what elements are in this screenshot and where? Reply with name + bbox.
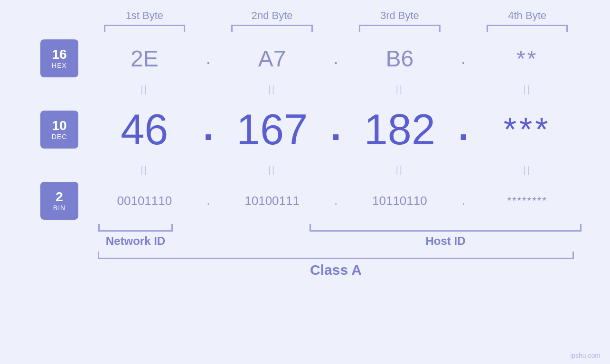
byte-header-4: 4th Byte (508, 9, 546, 25)
dec-badge: 10 DEC (40, 111, 78, 149)
hex-val-3: B6 (386, 46, 414, 72)
hex-badge: 16 HEX (40, 39, 78, 77)
host-bracket-mid1 (387, 224, 406, 232)
equals-2-4: || (523, 165, 531, 176)
top-bracket-2 (231, 25, 313, 32)
watermark: ipshu.com (570, 352, 601, 359)
hex-dot-3: . (461, 48, 466, 68)
equals-1-3: || (396, 84, 404, 95)
bin-val-3: 10110110 (372, 194, 427, 208)
host-bracket-left (310, 224, 387, 232)
equals-2-3: || (396, 165, 404, 176)
bin-dot-2: . (334, 194, 338, 207)
network-id-label: Network ID (106, 234, 165, 248)
equals-1-4: || (523, 84, 531, 95)
bin-val-2: 10100111 (244, 194, 300, 208)
bin-dot-1: . (206, 194, 210, 207)
bin-val-4: ******** (507, 195, 547, 207)
bin-badge: 2 BIN (40, 182, 78, 220)
class-bracket (98, 252, 574, 259)
hex-dot-2: . (333, 48, 338, 68)
bin-dot-3: . (462, 194, 465, 207)
dec-val-3: 182 (364, 105, 435, 154)
dec-dot-2: . (330, 116, 341, 139)
network-bracket (98, 224, 173, 232)
top-bracket-4 (487, 25, 568, 32)
host-bracket-mid3 (485, 224, 504, 232)
dec-val-1: 46 (121, 105, 168, 154)
class-label: Class A (310, 262, 362, 278)
equals-1-2: || (268, 84, 276, 95)
hex-val-2: A7 (258, 46, 286, 72)
host-bracket-right (504, 224, 582, 232)
dec-val-4: *** (504, 111, 551, 149)
top-bracket-3 (359, 25, 441, 32)
hex-val-1: 2E (131, 46, 159, 72)
equals-1-1: || (141, 84, 148, 95)
byte-header-3: 3rd Byte (380, 9, 419, 25)
byte-header-2: 2nd Byte (252, 9, 293, 25)
host-id-label: Host ID (426, 234, 466, 248)
hex-val-4: ** (516, 46, 538, 72)
hex-dot-1: . (206, 48, 211, 68)
bin-val-1: 00101110 (117, 194, 172, 208)
dec-dot-1: . (203, 116, 214, 139)
equals-2-2: || (268, 165, 276, 176)
top-bracket-1 (104, 25, 186, 32)
host-bracket-mid2 (406, 224, 484, 232)
dec-dot-3: . (458, 116, 469, 139)
equals-2-1: || (141, 165, 148, 176)
dec-val-2: 167 (236, 105, 308, 154)
byte-header-1: 1st Byte (126, 9, 163, 25)
